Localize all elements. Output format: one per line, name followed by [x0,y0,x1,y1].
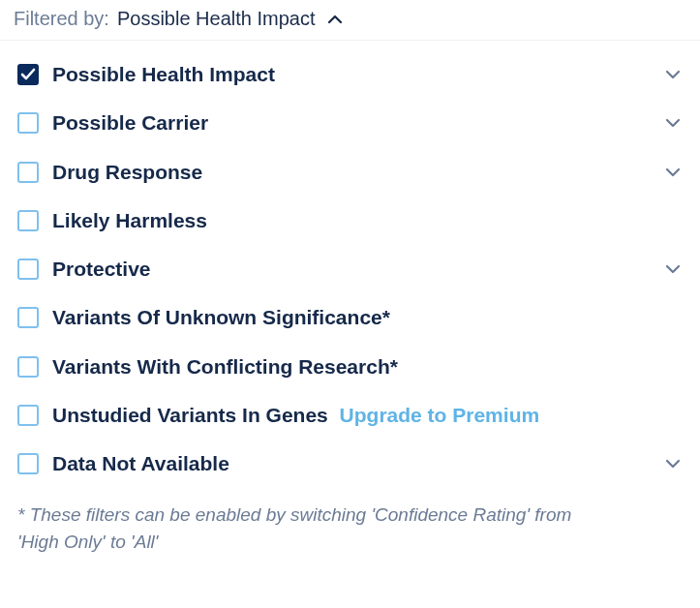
filter-label: Unstudied Variants In Genes Upgrade to P… [52,403,683,428]
filter-list: Possible Health Impact Possible Carrier … [0,41,700,488]
filter-row[interactable]: Possible Health Impact [0,50,700,99]
chevron-down-icon[interactable] [663,459,683,469]
checkbox[interactable] [17,112,39,134]
checkbox[interactable] [17,210,39,231]
checkbox[interactable] [17,258,39,280]
filter-label: Data Not Available [52,451,650,476]
checkbox[interactable] [17,307,39,328]
filter-row[interactable]: Protective [0,245,700,293]
filter-header[interactable]: Filtered by: Possible Health Impact [0,0,700,41]
filter-row[interactable]: Drug Response [0,148,700,197]
upgrade-link[interactable]: Upgrade to Premium [340,404,540,426]
filter-label: Drug Response [52,160,650,185]
filter-header-value: Possible Health Impact [117,8,316,30]
filter-footnote: * These filters can be enabled by switch… [0,488,620,564]
filter-row[interactable]: Possible Carrier [0,99,700,147]
checkbox[interactable] [17,162,39,183]
checkbox[interactable] [17,453,39,474]
filter-row[interactable]: Likely Harmless [0,197,700,245]
checkbox-checked[interactable] [17,64,39,85]
filter-row[interactable]: Unstudied Variants In Genes Upgrade to P… [0,391,700,440]
checkbox[interactable] [17,356,39,378]
filter-label: Protective [52,257,650,282]
filter-label-text: Unstudied Variants In Genes [52,404,328,426]
filter-label: Variants With Conflicting Research* [52,354,683,380]
filter-header-prefix: Filtered by: [14,8,109,30]
chevron-down-icon[interactable] [663,167,683,177]
filter-label: Variants Of Unknown Significance* [52,305,683,330]
filter-label: Likely Harmless [52,208,683,233]
chevron-down-icon[interactable] [663,70,683,79]
chevron-down-icon[interactable] [663,118,683,128]
checkbox[interactable] [17,405,39,426]
filter-label: Possible Carrier [52,110,650,136]
caret-up-icon [328,15,342,24]
filter-row[interactable]: Data Not Available [0,440,700,488]
filter-label: Possible Health Impact [52,62,650,87]
filter-row[interactable]: Variants Of Unknown Significance* [0,293,700,342]
chevron-down-icon[interactable] [663,264,683,274]
filter-row[interactable]: Variants With Conflicting Research* [0,343,700,391]
